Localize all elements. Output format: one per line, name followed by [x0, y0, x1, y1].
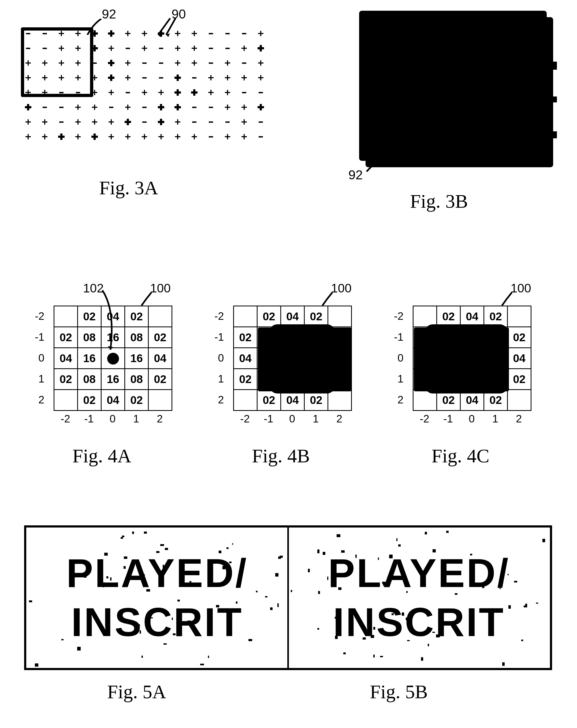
glyph-mark — [157, 44, 165, 52]
row-label: -1 — [394, 327, 406, 347]
figure-3a — [24, 29, 279, 153]
matrix-cell: 08 — [125, 369, 149, 390]
glyph-mark — [224, 103, 232, 111]
matrix-cell: 02 — [413, 369, 437, 390]
matrix-cell: 02 — [328, 369, 351, 390]
big-glyph — [458, 126, 485, 153]
matrix-4b: -2-1012 02040202081608020416160402081608… — [233, 306, 352, 411]
matrix-cell: 16 — [484, 348, 507, 369]
fig5a-line2: INSCRIT — [71, 599, 243, 646]
glyph-mark — [224, 74, 232, 82]
col-label: 0 — [280, 413, 304, 425]
noise-speck — [318, 591, 320, 594]
matrix-cell: 08 — [78, 369, 101, 390]
matrix-cell: 16 — [78, 348, 101, 369]
noise-speck — [270, 607, 272, 610]
glyph-mark — [74, 118, 82, 126]
glyph-mark — [240, 74, 248, 82]
matrix-cell: 08 — [125, 327, 149, 348]
glyph-mark — [107, 118, 115, 126]
noise-speck — [165, 548, 168, 550]
glyph-mark — [190, 103, 198, 111]
glyph-mark — [224, 88, 232, 97]
noise-speck — [280, 556, 283, 558]
row-label: -2 — [394, 306, 406, 327]
glyph-mark — [207, 74, 215, 82]
glyph-mark — [124, 118, 132, 126]
matrix-cell: 02 — [484, 390, 507, 411]
matrix-cell: 04 — [461, 390, 484, 411]
col-label: 1 — [304, 413, 327, 425]
matrix-cell: 02 — [54, 369, 78, 390]
glyph-mark — [190, 118, 198, 126]
glyph-mark — [174, 103, 182, 111]
matrix-cell: 02 — [54, 327, 78, 348]
matrix-cell: 16 — [461, 369, 484, 390]
glyph-mark — [107, 59, 115, 67]
big-glyph — [458, 25, 485, 52]
noise-speck — [208, 656, 209, 658]
leader-line-100b — [320, 291, 336, 310]
noise-speck — [425, 532, 427, 535]
matrix-cell — [54, 390, 78, 411]
col-label: 0 — [460, 413, 483, 425]
glyph-mark — [140, 59, 149, 67]
glyph-mark — [41, 118, 49, 126]
matrix-cell: 04 — [149, 348, 172, 369]
matrix-cell — [234, 390, 257, 411]
col-label: -1 — [257, 413, 280, 425]
matrix-cell: 04 — [328, 348, 351, 369]
glyph-mark — [257, 74, 265, 82]
leader-line-92b — [365, 158, 383, 174]
noise-speck — [317, 549, 319, 553]
row-label: -1 — [35, 327, 47, 347]
noise-speck — [373, 654, 375, 657]
noise-speck — [122, 536, 124, 537]
matrix-cell: 02 — [257, 306, 281, 327]
glyph-mark — [190, 88, 198, 97]
big-glyph — [418, 126, 445, 153]
matrix-cell: 16 — [281, 369, 305, 390]
glyph-mark — [207, 59, 215, 67]
noise-speck — [265, 596, 267, 597]
matrix-cell: 16 — [461, 327, 484, 348]
row-label: 2 — [394, 389, 406, 410]
col-label: -2 — [54, 413, 77, 425]
glyph-mark — [257, 118, 265, 126]
noise-speck — [291, 590, 292, 592]
noise-speck — [200, 664, 204, 665]
noise-speck — [141, 656, 143, 658]
glyph-mark — [24, 133, 32, 141]
matrix-cell: 08 — [437, 327, 461, 348]
glyph-mark — [190, 59, 198, 67]
big-glyph — [458, 93, 485, 119]
glyph-mark — [90, 133, 99, 141]
glyph-mark — [240, 29, 248, 37]
col-label: 2 — [327, 413, 351, 425]
glyph-mark — [74, 133, 82, 141]
matrix-cell — [413, 306, 437, 327]
glyph-mark — [90, 103, 99, 111]
noise-speck — [35, 664, 38, 667]
row-label: 0 — [35, 347, 47, 368]
matrix-cell: 04 — [101, 390, 125, 411]
glyph-mark — [74, 103, 82, 111]
big-glyph — [378, 93, 405, 119]
matrix-cell: 02 — [78, 390, 101, 411]
caption-fig5a: Fig. 5A — [107, 681, 166, 703]
noise-speck — [278, 556, 281, 559]
glyph-mark — [257, 103, 265, 111]
matrix-cell: 16 — [305, 348, 328, 369]
big-glyph — [498, 25, 525, 52]
matrix-cell: 08 — [305, 327, 328, 348]
caption-fig4a: Fig. 4A — [72, 445, 131, 467]
glyph-mark — [107, 44, 115, 52]
noise-speck — [308, 569, 310, 573]
col-label: 2 — [148, 413, 172, 425]
glyph-mark — [140, 29, 149, 37]
glyph-mark — [124, 88, 132, 97]
big-glyph — [498, 59, 525, 86]
caption-fig3b: Fig. 3B — [410, 190, 468, 212]
col-label: -1 — [77, 413, 101, 425]
col-label: 2 — [507, 413, 531, 425]
